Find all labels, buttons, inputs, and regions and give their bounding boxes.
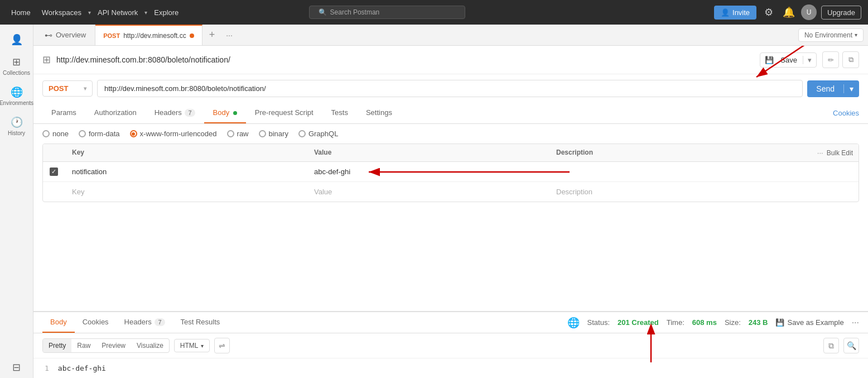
sidebar-item-workspace[interactable]: ⊟ <box>0 357 33 378</box>
sidebar-item-environments[interactable]: 🌐 Environments <box>0 82 33 111</box>
sidebar-item-label-history: History <box>8 130 25 136</box>
env-selector[interactable]: No Environment ▾ <box>798 28 864 42</box>
resp-status-area: 🌐 Status: 201 Created Time: 608 ms Size:… <box>567 317 859 329</box>
tab-overview[interactable]: ⊷ Overview <box>36 25 95 45</box>
sidebar-item-user[interactable]: 👤 <box>0 29 33 50</box>
response-body-toolbar: Pretty Raw Preview Visualize HTML ▾ ⇌ ⧉ … <box>33 333 868 358</box>
more-options-icon[interactable]: ··· <box>817 149 823 157</box>
table-header: Key Value Description ··· Bulk Edit <box>43 144 859 162</box>
table-header-actions: ··· Bulk Edit <box>792 149 859 157</box>
resp-tab-test-results[interactable]: Test Results <box>173 312 228 333</box>
checkbox-checked[interactable]: ✓ <box>50 168 58 176</box>
table-cell-description[interactable] <box>549 162 792 181</box>
copy-icon-btn[interactable]: ⧉ <box>842 51 859 68</box>
resp-tab-body[interactable]: Body <box>42 312 75 333</box>
table-header-check <box>43 149 65 157</box>
resp-toolbar-right: ⧉ 🔍 <box>823 338 859 353</box>
save-example-button[interactable]: 💾 Save as Example <box>775 318 843 327</box>
tab-authorization[interactable]: Authorization <box>85 103 146 123</box>
tab-bar: ⊷ Overview POST http://dev.minesoft.cc +… <box>33 25 868 46</box>
radio-none[interactable]: none <box>42 130 69 138</box>
tab-more-button[interactable]: ··· <box>221 31 237 40</box>
edit-icon-btn[interactable]: ✏ <box>822 51 839 68</box>
radio-graphql[interactable]: GraphQL <box>298 130 338 138</box>
request-url-display: http://dev.minesoft.com.br:8080/boleto/n… <box>56 55 754 64</box>
sidebar-item-collections[interactable]: ⊞ Collections <box>0 51 33 80</box>
invite-icon: 👤 <box>721 8 730 17</box>
invite-button[interactable]: 👤 Invite <box>714 6 756 20</box>
placeholder-key[interactable]: Key <box>65 182 307 202</box>
save-caret[interactable]: ▾ <box>803 56 816 64</box>
tab-settings[interactable]: Settings <box>357 103 401 123</box>
tab-pre-request[interactable]: Pre-request Script <box>246 103 322 123</box>
radio-raw[interactable]: raw <box>227 130 249 138</box>
response-tabs-bar: Body Cookies Headers 7 Test Results 🌐 St… <box>33 312 868 333</box>
tab-body[interactable]: Body <box>204 103 246 123</box>
placeholder-value[interactable]: Value <box>307 182 549 202</box>
nav-workspaces[interactable]: Workspaces <box>37 6 86 19</box>
save-button[interactable]: 💾 Save ▾ <box>760 52 817 68</box>
cookies-link[interactable]: Cookies <box>833 109 859 117</box>
resp-tab-headers[interactable]: Headers 7 <box>117 312 173 333</box>
format-pretty[interactable]: Pretty <box>43 339 71 352</box>
table-row: ✓ notification abc-def-ghi <box>43 162 859 182</box>
sidebar: 👤 ⊞ Collections 🌐 Environments 🕐 History… <box>0 25 33 378</box>
tab-add-button[interactable]: + <box>202 29 222 41</box>
copy-response-btn[interactable]: ⧉ <box>823 338 839 353</box>
method-label: POST <box>49 84 68 93</box>
send-label: Send <box>807 84 843 93</box>
resp-more-btn[interactable]: ··· <box>852 318 859 328</box>
radio-x-www-form-urlencoded[interactable]: x-www-form-urlencoded <box>130 130 217 138</box>
upgrade-button[interactable]: Upgrade <box>821 6 861 20</box>
size-label: Size: <box>725 318 741 327</box>
tab-tests[interactable]: Tests <box>322 103 357 123</box>
params-table: Key Value Description ··· Bulk Edit ✓ no… <box>42 143 859 202</box>
nav-api-network[interactable]: API Network <box>93 6 142 19</box>
table-header-description: Description <box>549 149 792 157</box>
bulk-edit-button[interactable]: Bulk Edit <box>827 149 853 157</box>
search-response-btn[interactable]: 🔍 <box>843 338 859 353</box>
arrow-value <box>363 164 575 180</box>
table-cell-value[interactable]: abc-def-ghi <box>307 162 549 181</box>
radio-form-data[interactable]: form-data <box>79 130 120 138</box>
status-label: Status: <box>587 318 610 327</box>
tab-right: No Environment ▾ <box>798 28 868 42</box>
code-line-1: 1 abc-def-ghi <box>45 364 857 372</box>
search-bar[interactable]: 🔍 Search Postman <box>309 6 465 19</box>
url-input[interactable] <box>97 80 803 97</box>
save-icon: 💾 <box>760 56 778 64</box>
resp-headers-badge: 7 <box>155 318 165 326</box>
format-select[interactable]: HTML ▾ <box>174 339 210 352</box>
action-icons: ✏ ⧉ <box>822 51 859 68</box>
send-caret[interactable]: ▾ <box>843 84 859 93</box>
sidebar-item-label: Collections <box>3 70 30 76</box>
environments-icon: 🌐 <box>11 86 23 98</box>
format-raw[interactable]: Raw <box>71 339 96 352</box>
table-cell-check[interactable]: ✓ <box>43 162 65 181</box>
table-header-value: Value <box>307 149 549 157</box>
send-button[interactable]: Send ▾ <box>807 80 859 97</box>
response-code-area: 1 abc-def-ghi <box>33 358 868 378</box>
time-label: Time: <box>667 318 684 327</box>
notification-icon[interactable]: 🔔 <box>781 4 797 20</box>
method-select[interactable]: POST ▾ <box>42 80 93 97</box>
format-visualize[interactable]: Visualize <box>131 339 169 352</box>
avatar[interactable]: U <box>801 4 817 20</box>
globe-icon[interactable]: 🌐 <box>567 317 580 329</box>
tab-headers[interactable]: Headers 7 <box>146 103 204 123</box>
table-cell-key[interactable]: notification <box>65 162 307 181</box>
settings-icon[interactable]: ⚙ <box>761 4 777 20</box>
method-caret: ▾ <box>84 85 86 92</box>
sidebar-item-history[interactable]: 🕐 History <box>0 112 33 141</box>
radio-binary[interactable]: binary <box>259 130 288 138</box>
nav-home[interactable]: Home <box>7 6 35 19</box>
wrap-icon-btn[interactable]: ⇌ <box>214 338 230 353</box>
nav-explore[interactable]: Explore <box>150 6 183 19</box>
active-tab[interactable]: POST http://dev.minesoft.cc <box>95 25 202 45</box>
search-icon: 🔍 <box>319 8 327 16</box>
top-nav-right: 👤 Invite ⚙ 🔔 U Upgrade <box>714 4 861 20</box>
format-preview[interactable]: Preview <box>96 339 131 352</box>
resp-tab-cookies[interactable]: Cookies <box>75 312 117 333</box>
tab-unsaved-dot <box>190 34 194 38</box>
tab-params[interactable]: Params <box>42 103 85 123</box>
